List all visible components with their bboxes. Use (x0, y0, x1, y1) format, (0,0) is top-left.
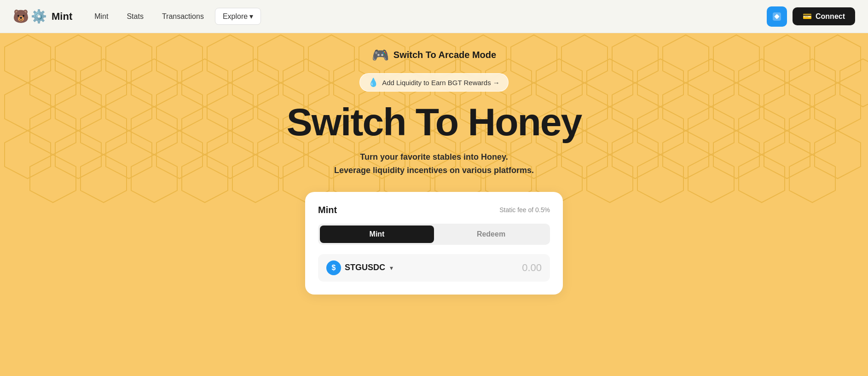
svg-marker-6 (106, 35, 152, 83)
main-content: 🎮 Switch To Arcade Mode 💧 Add Liquidity … (0, 33, 868, 376)
svg-marker-34 (688, 59, 734, 107)
mint-card-fee: Static fee of 0.5% (499, 206, 550, 214)
svg-marker-40 (106, 83, 152, 131)
svg-marker-100 (637, 155, 683, 202)
liquidity-pill[interactable]: 💧 Add Liquidity to Earn BGT Rewards → (359, 73, 509, 92)
svg-marker-39 (55, 83, 101, 131)
svg-marker-102 (739, 155, 785, 202)
svg-marker-41 (156, 83, 203, 131)
mint-card: Mint Static fee of 0.5% Mint Redeem $ ST… (305, 192, 563, 295)
svg-marker-85 (713, 131, 759, 179)
svg-marker-5 (55, 35, 101, 83)
svg-marker-59 (232, 107, 278, 155)
nav-explore[interactable]: Explore ▾ (215, 8, 261, 25)
hero-section: 💧 Add Liquidity to Earn BGT Rewards → Sw… (287, 73, 581, 177)
token-input-row: $ STGUSDC ▾ 0.00 (318, 254, 550, 282)
svg-marker-91 (182, 155, 228, 202)
nav-right: 💳 Connect (767, 6, 855, 27)
passport-icon-button[interactable] (767, 6, 787, 27)
logo[interactable]: 🐻 ⚙️ Mint (13, 9, 72, 24)
svg-marker-84 (663, 131, 709, 179)
wallet-icon: 💳 (803, 12, 812, 21)
svg-marker-50 (612, 83, 658, 131)
svg-marker-25 (232, 59, 278, 107)
svg-marker-57 (131, 107, 177, 155)
svg-marker-17 (663, 35, 709, 83)
gear-icon: ⚙️ (31, 9, 47, 24)
token-name: STGUSDC (345, 263, 385, 272)
mint-tab-mint[interactable]: Mint (320, 226, 434, 243)
svg-marker-72 (55, 131, 101, 179)
svg-marker-35 (739, 59, 785, 107)
svg-marker-83 (612, 131, 658, 179)
svg-marker-23 (131, 59, 177, 107)
svg-marker-24 (182, 59, 228, 107)
svg-marker-22 (81, 59, 127, 107)
mint-tab-redeem[interactable]: Redeem (434, 226, 548, 243)
svg-marker-66 (587, 107, 633, 155)
nav-links: Mint Stats Transactions Explore ▾ (87, 8, 767, 25)
svg-marker-87 (815, 131, 861, 179)
svg-marker-58 (182, 107, 228, 155)
svg-marker-88 (30, 155, 76, 202)
logo-icons: 🐻 ⚙️ (13, 9, 47, 24)
bear-icon: 🐻 (13, 9, 29, 24)
nav-stats[interactable]: Stats (119, 9, 150, 24)
svg-marker-99 (587, 155, 633, 202)
hero-title: Switch To Honey (287, 103, 581, 141)
svg-marker-42 (207, 83, 253, 131)
svg-marker-4 (5, 35, 51, 83)
svg-marker-52 (713, 83, 759, 131)
svg-marker-32 (587, 59, 633, 107)
explore-label: Explore (223, 12, 248, 21)
arcade-mode-banner[interactable]: 🎮 Switch To Arcade Mode (366, 44, 502, 66)
token-amount[interactable]: 0.00 (522, 262, 542, 274)
svg-marker-92 (232, 155, 278, 202)
svg-marker-73 (106, 131, 152, 179)
svg-marker-54 (815, 83, 861, 131)
token-chevron-icon: ▾ (390, 264, 393, 272)
svg-marker-55 (30, 107, 76, 155)
mint-tabs: Mint Redeem (318, 224, 550, 245)
arcade-mode-text: Switch To Arcade Mode (393, 50, 496, 60)
arcade-icon: 🎮 (372, 47, 389, 63)
svg-marker-75 (207, 131, 253, 179)
svg-marker-33 (637, 59, 683, 107)
svg-marker-53 (764, 83, 810, 131)
svg-marker-56 (81, 107, 127, 155)
svg-marker-70 (789, 107, 835, 155)
hero-subtitle-line2: Leverage liquidity incentives on various… (334, 166, 534, 175)
svg-marker-103 (789, 155, 835, 202)
liquidity-pill-text: Add Liquidity to Earn BGT Rewards → (382, 79, 500, 87)
svg-marker-38 (5, 83, 51, 131)
svg-marker-20 (815, 35, 861, 83)
hero-subtitle-line1: Turn your favorite stables into Honey. (360, 152, 508, 162)
mint-card-header: Mint Static fee of 0.5% (318, 205, 550, 215)
svg-marker-51 (663, 83, 709, 131)
svg-marker-86 (764, 131, 810, 179)
svg-marker-90 (131, 155, 177, 202)
svg-marker-18 (713, 35, 759, 83)
connect-button[interactable]: 💳 Connect (793, 7, 855, 25)
svg-marker-21 (30, 59, 76, 107)
svg-marker-37 (840, 59, 868, 107)
navbar: 🐻 ⚙️ Mint Mint Stats Transactions Explor… (0, 0, 868, 33)
nav-transactions[interactable]: Transactions (155, 9, 211, 24)
token-selector[interactable]: $ STGUSDC ▾ (326, 260, 393, 275)
nav-mint[interactable]: Mint (87, 9, 116, 24)
svg-marker-8 (207, 35, 253, 83)
drop-icon: 💧 (368, 77, 378, 87)
svg-marker-19 (764, 35, 810, 83)
svg-marker-36 (789, 59, 835, 107)
svg-marker-16 (612, 35, 658, 83)
svg-marker-68 (688, 107, 734, 155)
svg-marker-67 (637, 107, 683, 155)
svg-marker-69 (739, 107, 785, 155)
svg-marker-71 (5, 131, 51, 179)
svg-marker-7 (156, 35, 203, 83)
token-icon: $ (326, 260, 341, 275)
svg-marker-101 (688, 155, 734, 202)
svg-marker-89 (81, 155, 127, 202)
mint-card-title: Mint (318, 205, 337, 215)
chevron-down-icon: ▾ (249, 12, 253, 21)
